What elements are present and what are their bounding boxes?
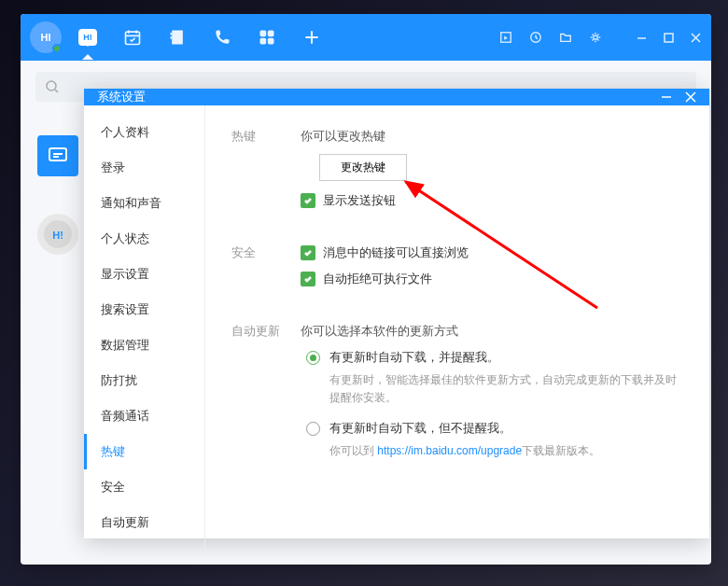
- hotkey-help-text: 你可以更改热键: [301, 128, 683, 145]
- dialog-minimize-icon[interactable]: [661, 91, 672, 103]
- sidebar-item-5[interactable]: 搜索设置: [84, 292, 204, 328]
- svg-text:H!: H!: [52, 230, 63, 241]
- section-security: 安全 消息中的链接可以直接浏览 自动拒绝可执行文件: [231, 244, 683, 297]
- side-avatars: H!: [37, 135, 78, 255]
- section-label-hotkey: 热键: [231, 128, 301, 218]
- svg-point-10: [594, 35, 597, 39]
- sidebar-item-10[interactable]: 安全: [84, 469, 204, 505]
- title-bar: HI H!: [21, 14, 711, 61]
- sidebar-item-9[interactable]: 热键: [84, 434, 204, 469]
- nav-icons: H!: [78, 28, 321, 47]
- sidebar-item-7[interactable]: 防打扰: [84, 363, 204, 398]
- window-controls: [636, 32, 702, 44]
- check-icon: [301, 193, 315, 208]
- sidebar-item-3[interactable]: 个人状态: [84, 221, 204, 257]
- check-icon: [301, 245, 315, 260]
- nav-phone-icon[interactable]: [213, 28, 231, 47]
- nav-calendar-icon[interactable]: [123, 28, 142, 47]
- svg-rect-7: [268, 38, 274, 45]
- svg-rect-6: [260, 38, 267, 45]
- checkbox-label: 自动拒绝可执行文件: [323, 271, 432, 287]
- chat-square-icon: [47, 145, 69, 167]
- avatar-text: HI: [41, 32, 51, 43]
- dialog-controls: [661, 91, 696, 103]
- section-hotkey: 热键 你可以更改热键 更改热键 显示发送按钮: [231, 128, 683, 218]
- settings-dialog: 系统设置 个人资料登录通知和声音个人状态显示设置搜索设置数据管理防打扰音频通话热…: [84, 89, 709, 538]
- radio-label: 有更新时自动下载，并提醒我。: [329, 349, 499, 366]
- checkbox-label: 消息中的链接可以直接浏览: [323, 244, 469, 261]
- upgrade-link[interactable]: https://im.baidu.com/upgrade: [377, 444, 522, 457]
- dialog-content: 热键 你可以更改热键 更改热键 显示发送按钮 安全: [205, 105, 709, 550]
- dialog-title: 系统设置: [97, 89, 146, 105]
- sidebar-item-8[interactable]: 音频通话: [84, 398, 204, 434]
- checkbox-show-send[interactable]: 显示发送按钮: [301, 192, 683, 209]
- main-window: HI H!: [21, 14, 711, 565]
- svg-rect-4: [260, 31, 267, 37]
- contact-avatar-icon: H!: [44, 220, 72, 248]
- section-label-update: 自动更新: [231, 323, 301, 474]
- change-hotkey-button[interactable]: 更改热键: [319, 154, 407, 181]
- radio-option2-desc: 你可以到 https://im.baidu.com/upgrade下载最新版本。: [329, 442, 683, 460]
- nav-apps-icon[interactable]: [258, 28, 276, 47]
- gear-icon[interactable]: [589, 31, 602, 44]
- nav-add-icon[interactable]: [302, 28, 321, 47]
- close-icon[interactable]: [690, 32, 702, 44]
- svg-rect-5: [268, 31, 274, 37]
- dialog-body: 个人资料登录通知和声音个人状态显示设置搜索设置数据管理防打扰音频通话热键安全自动…: [84, 105, 709, 550]
- conversation-item-2[interactable]: H!: [37, 214, 78, 255]
- radio-unchecked-icon: [306, 422, 320, 436]
- sidebar-item-2[interactable]: 通知和声音: [84, 186, 204, 221]
- nav-contacts-icon[interactable]: [168, 28, 187, 47]
- checkbox-links-browsable[interactable]: 消息中的链接可以直接浏览: [301, 244, 683, 261]
- sidebar-item-0[interactable]: 个人资料: [84, 115, 204, 150]
- section-update: 自动更新 你可以选择本软件的更新方式 有更新时自动下载，并提醒我。 有更新时，智…: [231, 323, 683, 474]
- dialog-sidebar: 个人资料登录通知和声音个人状态显示设置搜索设置数据管理防打扰音频通话热键安全自动…: [84, 105, 205, 550]
- svg-rect-0: [126, 32, 140, 44]
- check-icon: [301, 272, 315, 286]
- search-icon: [45, 79, 60, 94]
- tool-icon-1[interactable]: [499, 31, 512, 44]
- sidebar-item-1[interactable]: 登录: [84, 150, 204, 186]
- avatar[interactable]: HI: [30, 21, 62, 53]
- right-icons: [499, 31, 702, 44]
- svg-rect-2: [171, 33, 173, 35]
- checkbox-reject-exe[interactable]: 自动拒绝可执行文件: [301, 271, 683, 287]
- section-label-security: 安全: [231, 244, 301, 297]
- radio-auto-noremind[interactable]: 有更新时自动下载，但不提醒我。: [301, 420, 683, 437]
- radio-auto-remind[interactable]: 有更新时自动下载，并提醒我。: [301, 349, 683, 366]
- minimize-icon[interactable]: [636, 32, 648, 44]
- svg-rect-3: [171, 36, 173, 39]
- maximize-icon[interactable]: [663, 32, 675, 44]
- history-icon[interactable]: [529, 31, 542, 44]
- radio-label: 有更新时自动下载，但不提醒我。: [329, 420, 511, 437]
- update-help-text: 你可以选择本软件的更新方式: [301, 323, 683, 340]
- sidebar-item-11[interactable]: 自动更新: [84, 505, 204, 540]
- dialog-header: 系统设置: [84, 89, 709, 105]
- status-online-icon: [52, 44, 62, 53]
- sidebar-item-4[interactable]: 显示设置: [84, 257, 204, 292]
- conversation-item-1[interactable]: [37, 135, 78, 176]
- svg-point-12: [47, 81, 56, 91]
- svg-rect-1: [172, 31, 183, 45]
- radio-option1-desc: 有更新时，智能选择最佳的软件更新方式，自动完成更新的下载并及时提醒你安装。: [329, 371, 683, 407]
- svg-rect-11: [665, 34, 673, 42]
- nav-chat-icon[interactable]: H!: [78, 28, 97, 47]
- folder-icon[interactable]: [559, 31, 572, 44]
- checkbox-label: 显示发送按钮: [323, 192, 396, 209]
- dialog-close-icon[interactable]: [685, 91, 696, 103]
- sidebar-item-6[interactable]: 数据管理: [84, 328, 204, 363]
- radio-checked-icon: [306, 351, 320, 365]
